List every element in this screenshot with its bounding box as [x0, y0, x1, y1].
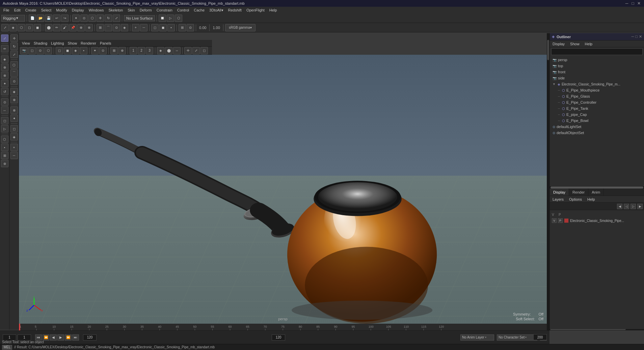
menu-help[interactable]: Help	[267, 7, 279, 13]
outliner-item-cap[interactable]: ⬡ E_pipe_Cap	[550, 111, 644, 118]
no-character-set-dropdown[interactable]: No Character Set ▾	[497, 334, 537, 341]
rotate-tool-l[interactable]: ↻	[10, 43, 18, 50]
menu-skin[interactable]: Skin	[126, 7, 137, 13]
outliner-item-objectset[interactable]: ⊙ defaultObjectSet	[550, 130, 644, 136]
vp-res2-btn[interactable]: 2	[138, 47, 145, 54]
outliner-menu-display[interactable]: Display	[551, 42, 566, 46]
menu-openflight[interactable]: OpenFlight	[244, 7, 267, 13]
viewport-menu-panels[interactable]: Panels	[98, 41, 113, 46]
viewport-menu-view[interactable]: View	[20, 41, 32, 46]
menu-redshift[interactable]: Redshift	[226, 7, 244, 13]
outliner-scroll-thumb[interactable]	[551, 186, 643, 189]
select-mode-btn[interactable]: ⤢	[1, 24, 9, 31]
outliner-item-tank[interactable]: ⬡ E_Pipe_Tank	[550, 105, 644, 111]
viewport-menu-show[interactable]: Show	[66, 41, 79, 46]
menu-create[interactable]: Create	[23, 7, 38, 13]
rotate-tool-button[interactable]: ↻	[105, 15, 112, 22]
global-manip[interactable]: ✦	[10, 115, 18, 122]
select-tool[interactable]: ⤢	[1, 34, 8, 42]
outliner-horizontal-scrollbar[interactable]	[550, 186, 644, 189]
cb-scroll-left[interactable]: ◀	[617, 204, 622, 209]
tab-anim[interactable]: Anim	[588, 189, 604, 196]
move-tool-l[interactable]: ✛	[10, 34, 18, 42]
vp-res3-btn[interactable]: 3	[146, 47, 153, 54]
outliner-item-glass[interactable]: ⬡ E_Pipe_Glass	[550, 93, 644, 99]
smooth-tool[interactable]: ⊕	[1, 64, 8, 71]
outliner-item-persp[interactable]: 📷 persp	[550, 57, 644, 63]
relax-tool[interactable]: ⊗	[1, 72, 8, 79]
cb-scroll-right2[interactable]: ▷	[630, 204, 636, 209]
redo-button[interactable]: ↪	[61, 15, 69, 22]
minimize-button[interactable]: ─	[624, 1, 629, 6]
snap-point-btn[interactable]: ⊙	[113, 24, 120, 31]
cb-scroll-right[interactable]: ▶	[637, 204, 643, 209]
toggle-grid-btn[interactable]: ⊞	[179, 24, 186, 31]
layer-tool[interactable]: ▪	[1, 144, 8, 151]
outliner-item-main-group[interactable]: ▼ ◈ Electronic_Classic_Smoking_Pipe_m...	[550, 81, 644, 87]
move-tool-button[interactable]: ✛	[97, 15, 104, 22]
menu-edit[interactable]: Edit	[12, 7, 23, 13]
component-mode-btn[interactable]: ◈	[9, 24, 17, 31]
object-view[interactable]: ◻	[10, 125, 18, 132]
open-scene-button[interactable]: 📂	[37, 15, 44, 22]
menu-select[interactable]: Select	[39, 7, 54, 13]
reset-btn[interactable]: ─	[10, 152, 18, 159]
end-frame-input[interactable]: 120	[83, 334, 97, 341]
menu-deform[interactable]: Deform	[138, 7, 154, 13]
select-tool-button[interactable]: ✦	[72, 15, 80, 22]
paint-select-button[interactable]: ⬡	[88, 15, 96, 22]
skew-tool[interactable]: ⬡	[10, 61, 18, 69]
timeline-ruler[interactable]: 1 5 10 15 20 25 30 35 40 45 50 55 60 65 …	[19, 324, 547, 330]
snap-curve-btn[interactable]: ⌒	[105, 24, 112, 31]
vp-xray-btn[interactable]: ◻	[200, 47, 208, 54]
outliner-item-top[interactable]: 📷 top	[550, 63, 644, 69]
vp-shade2-btn[interactable]: ◈	[72, 47, 79, 54]
vp-sel-btn[interactable]: ◻	[28, 47, 36, 54]
paint-tool[interactable]: ✏	[1, 45, 8, 52]
plus-btn[interactable]: +	[132, 24, 139, 31]
face-mode-btn[interactable]: ◼	[34, 24, 41, 31]
lasso-tool-button[interactable]: ⊙	[80, 15, 88, 22]
outliner-item-controller[interactable]: ⬡ E_Pipe_Controller	[550, 99, 644, 105]
outliner-item-bowl[interactable]: ⬡ E_Pipe_Bowl	[550, 118, 644, 124]
menu-constrain[interactable]: Constrain	[155, 7, 175, 13]
outliner-menu-help[interactable]: Help	[584, 42, 594, 46]
bend-tool[interactable]: ⌒	[10, 69, 18, 77]
outliner-menu-show[interactable]: Show	[569, 42, 581, 46]
menu-display[interactable]: Display	[70, 7, 86, 13]
playback-speed-input[interactable]: 120	[272, 334, 285, 341]
no-anim-layer-dropdown[interactable]: No Anim Layer ▾	[460, 334, 494, 341]
ipr-button[interactable]: ⬡	[175, 15, 182, 22]
menu-file[interactable]: File	[1, 7, 11, 13]
start-frame-input[interactable]: 1	[18, 334, 31, 341]
layer-visibility-btn[interactable]: V	[552, 218, 557, 223]
render-button[interactable]: ▷	[167, 15, 174, 22]
vp-wire-btn[interactable]: ◻	[56, 47, 63, 54]
joint-tool-l[interactable]: ◈	[10, 88, 18, 95]
viewport-menu-shading[interactable]: Shading	[32, 41, 49, 46]
outliner-close[interactable]: ✕	[639, 34, 642, 39]
menu-cache[interactable]: Cache	[192, 7, 207, 13]
vp-dof-btn[interactable]: ⬤	[165, 47, 172, 54]
render-tool[interactable]: ▷	[1, 125, 8, 132]
snap-grid-btn[interactable]: ⊞	[97, 24, 104, 31]
vp-snap-btn[interactable]: ⊙	[36, 47, 44, 54]
component-view[interactable]: ◈	[10, 133, 18, 141]
play-back-button[interactable]: ◀	[50, 334, 57, 341]
goto-start-button[interactable]: ⏮	[35, 334, 42, 341]
sculpt-btn[interactable]: 🖌	[61, 24, 69, 31]
joint-btn[interactable]: ⊕	[77, 24, 85, 31]
scale-tool-button[interactable]: ⤢	[113, 15, 120, 22]
xform-btn[interactable]: +	[10, 144, 18, 151]
right-scroll-thumb[interactable]	[547, 40, 549, 60]
viewport-menu-renderer[interactable]: Renderer	[79, 41, 98, 46]
grab-tool[interactable]: ✦	[1, 80, 8, 87]
cb-menu-help[interactable]: Help	[586, 197, 596, 202]
vp-light-btn[interactable]: ✦	[91, 47, 99, 54]
no-live-surface-button[interactable]: No Live Surface	[124, 15, 155, 21]
play-forward-button[interactable]: ▶	[57, 334, 64, 341]
wire-mode-btn[interactable]: ◻	[151, 24, 159, 31]
3d-viewport[interactable]: persp Symmetry: Off Soft Select: Off X Z…	[19, 55, 547, 324]
menu-3dtoall[interactable]: 3DtoAll▾	[207, 7, 225, 13]
cb-scroll-left2[interactable]: ◁	[624, 204, 629, 209]
